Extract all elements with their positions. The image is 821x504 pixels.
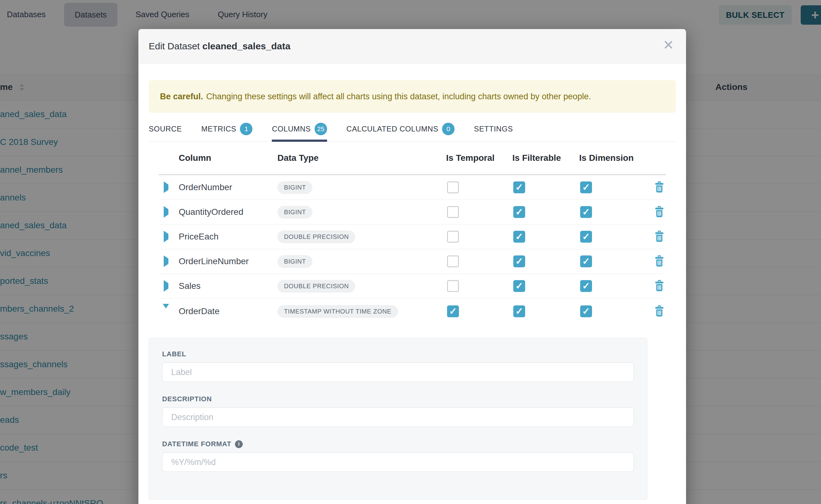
tab-label: METRICS — [201, 125, 236, 133]
expand-caret-icon[interactable] — [164, 206, 168, 218]
is-filterable-checkbox[interactable] — [513, 305, 525, 317]
tab-source[interactable]: SOURCE — [149, 116, 182, 141]
column-name: QuantityOrdered — [179, 207, 243, 217]
edit-dataset-modal: Edit Dataset cleaned_sales_data × Be car… — [138, 29, 686, 504]
expand-caret-icon[interactable] — [164, 231, 168, 242]
data-type-pill: DOUBLE PRECISION — [277, 230, 355, 243]
data-type-pill: BIGINT — [277, 181, 312, 194]
description-field-group: DESCRIPTION — [162, 395, 634, 427]
data-type-pill: BIGINT — [277, 255, 312, 268]
is-temporal-checkbox[interactable] — [447, 280, 459, 292]
trash-icon — [655, 230, 664, 243]
column-name: Sales — [179, 281, 200, 291]
is-temporal-checkbox[interactable] — [447, 206, 459, 218]
modal-body: Be careful. Changing these settings will… — [138, 80, 686, 500]
is-temporal-header: Is Temporal — [446, 153, 512, 163]
is-filterable-checkbox[interactable] — [513, 280, 525, 292]
data-type-pill: TIMESTAMP WITHOUT TIME ZONE — [277, 305, 398, 318]
is-temporal-checkbox[interactable] — [447, 181, 459, 193]
tab-label: CALCULATED COLUMNS — [346, 125, 438, 133]
column-row-priceeach: PriceEachDOUBLE PRECISION — [159, 225, 666, 249]
is-filterable-checkbox[interactable] — [513, 231, 525, 243]
columns-table-header: Column Data Type Is Temporal Is Filterab… — [159, 142, 666, 175]
column-name: OrderLineNumber — [179, 256, 249, 266]
delete-column-button[interactable] — [655, 230, 664, 243]
expand-caret-icon[interactable] — [164, 181, 168, 193]
trash-icon — [655, 280, 664, 292]
is-dimension-checkbox[interactable] — [580, 255, 592, 267]
column-name: OrderNumber — [179, 182, 232, 192]
collapse-caret-icon[interactable] — [163, 304, 169, 314]
trash-icon — [655, 181, 664, 194]
column-row-ordernumber: OrderNumberBIGINT — [159, 175, 666, 200]
modal-header: Edit Dataset cleaned_sales_data × — [138, 29, 686, 64]
data-type-pill: DOUBLE PRECISION — [277, 280, 355, 293]
modal-title: Edit Dataset cleaned_sales_data — [149, 41, 290, 52]
is-temporal-checkbox[interactable] — [447, 231, 459, 243]
column-row-orderdate: OrderDateTIMESTAMP WITHOUT TIME ZONE — [159, 299, 666, 324]
is-dimension-checkbox[interactable] — [580, 181, 592, 193]
is-dimension-header: Is Dimension — [579, 153, 655, 163]
tab-label: SETTINGS — [474, 125, 513, 133]
tab-calculated-columns[interactable]: CALCULATED COLUMNS0 — [346, 116, 455, 141]
column-row-orderlinenumber: OrderLineNumberBIGINT — [159, 249, 666, 274]
close-icon[interactable]: × — [663, 36, 674, 53]
is-temporal-checkbox[interactable] — [447, 255, 459, 267]
is-filterable-header: Is Filterable — [512, 153, 579, 163]
datetime-format-field-group: DATETIME FORMAT i — [162, 440, 634, 472]
delete-column-button[interactable] — [655, 280, 664, 292]
trash-icon — [655, 255, 664, 268]
column-row-quantityordered: QuantityOrderedBIGINT — [159, 200, 666, 225]
warning-banner: Be careful. Changing these settings will… — [149, 80, 676, 113]
column-header: Column — [179, 153, 277, 163]
is-dimension-checkbox[interactable] — [580, 231, 592, 243]
column-name: OrderDate — [179, 306, 220, 316]
is-filterable-checkbox[interactable] — [513, 206, 525, 218]
trash-icon — [655, 206, 664, 218]
datetime-format-input[interactable] — [162, 452, 634, 472]
is-filterable-checkbox[interactable] — [513, 255, 525, 267]
tab-count-badge: 1 — [240, 123, 252, 135]
delete-column-button[interactable] — [655, 206, 664, 218]
columns-table: Column Data Type Is Temporal Is Filterab… — [159, 142, 666, 324]
tab-metrics[interactable]: METRICS1 — [201, 116, 252, 141]
delete-column-button[interactable] — [655, 181, 664, 194]
label-field-label: LABEL — [162, 350, 634, 358]
data-type-header: Data Type — [277, 153, 446, 163]
data-type-pill: BIGINT — [277, 206, 312, 219]
description-field-label: DESCRIPTION — [162, 395, 634, 403]
is-filterable-checkbox[interactable] — [513, 181, 525, 193]
is-dimension-checkbox[interactable] — [580, 305, 592, 317]
tab-label: SOURCE — [149, 125, 182, 133]
trash-icon — [655, 305, 664, 318]
label-input[interactable] — [162, 363, 634, 382]
tab-columns[interactable]: COLUMNS25 — [272, 116, 327, 141]
is-dimension-checkbox[interactable] — [580, 206, 592, 218]
delete-column-button[interactable] — [655, 255, 664, 268]
expand-caret-icon[interactable] — [164, 255, 168, 267]
description-input[interactable] — [162, 408, 634, 427]
page: DatabasesDatasetsSaved QueriesQuery Hist… — [0, 0, 821, 504]
is-dimension-checkbox[interactable] — [580, 280, 592, 292]
tab-count-badge: 0 — [442, 123, 455, 135]
tab-count-badge: 25 — [314, 123, 327, 135]
tab-label: COLUMNS — [272, 125, 310, 133]
tab-settings[interactable]: SETTINGS — [474, 116, 513, 141]
column-row-sales: SalesDOUBLE PRECISION — [159, 274, 666, 299]
delete-column-button[interactable] — [655, 305, 664, 318]
expand-caret-icon[interactable] — [164, 280, 168, 292]
info-icon[interactable]: i — [235, 440, 243, 448]
label-field-group: LABEL — [162, 350, 634, 382]
datetime-format-field-label: DATETIME FORMAT i — [162, 440, 634, 448]
is-temporal-checkbox[interactable] — [447, 305, 459, 317]
column-detail-panel: LABEL DESCRIPTION DATETIME FORMAT i — [149, 338, 647, 500]
modal-tabs: SOURCEMETRICS1COLUMNS25CALCULATED COLUMN… — [149, 116, 676, 142]
column-name: PriceEach — [179, 232, 219, 241]
